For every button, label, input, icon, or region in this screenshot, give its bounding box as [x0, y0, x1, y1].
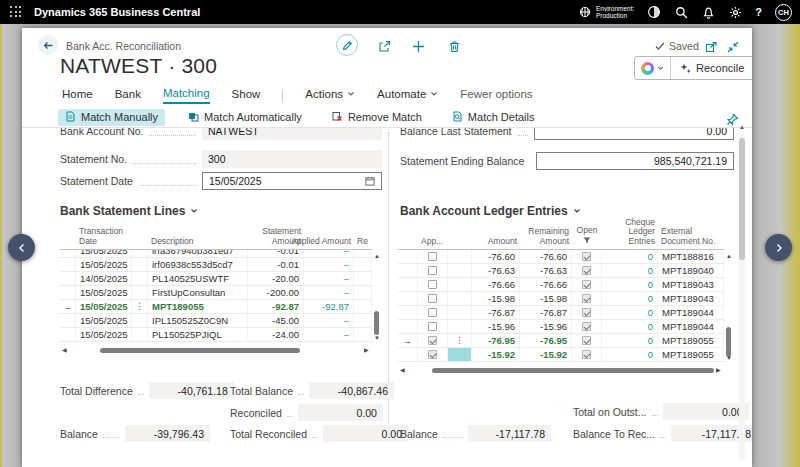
cell-description[interactable]: PL150525PJIQL	[148, 328, 248, 341]
cell-applied-amount[interactable]: –	[304, 272, 354, 285]
applied-checkbox[interactable]	[428, 308, 437, 317]
statement-ending-balance-field[interactable]: 985,540,721.19	[536, 152, 734, 170]
cell-applied[interactable]	[418, 306, 448, 319]
ledger-entry-row[interactable]: -76.60-76.600MPT188816	[398, 250, 724, 264]
environment-button[interactable]: Environment:Production	[578, 5, 634, 20]
row-menu[interactable]	[448, 306, 472, 319]
applied-checkbox[interactable]	[428, 252, 437, 261]
previous-record-button[interactable]	[8, 234, 35, 261]
row-menu[interactable]	[132, 258, 148, 271]
scroll-down-arrow[interactable]: ▼	[372, 335, 382, 341]
cell-cheque-ledger-entries[interactable]: 0	[602, 348, 658, 361]
column-header[interactable]: Transaction Date	[76, 220, 132, 249]
statement-line-row[interactable]: 15/05/2025FirstUpConsultan-200.00–	[60, 286, 372, 300]
scroll-up-arrow[interactable]: ▲	[738, 124, 746, 131]
row-menu[interactable]	[448, 278, 472, 291]
match-details-button[interactable]: Match Details	[445, 109, 542, 126]
cell-applied-amount[interactable]: –	[304, 250, 354, 257]
cell-applied[interactable]	[418, 264, 448, 277]
ledger-entry-row[interactable]: -76.87-76.870MPT189044	[398, 306, 724, 320]
cell-amount[interactable]: -76.95	[472, 334, 520, 347]
row-selector[interactable]	[398, 292, 418, 305]
cell-description[interactable]: PL140525USWTF	[148, 272, 248, 285]
cell-cheque-ledger-entries[interactable]: 0	[602, 264, 658, 277]
cell-open[interactable]	[572, 292, 602, 305]
row-selector[interactable]	[398, 250, 418, 263]
reconcile-button[interactable]: Reconcile	[671, 57, 752, 79]
notifications-icon[interactable]	[701, 5, 715, 19]
row-selector[interactable]	[398, 264, 418, 277]
cell-open[interactable]	[572, 250, 602, 263]
cell-external-document-no[interactable]: MPT189043	[658, 292, 724, 305]
row-selector[interactable]	[60, 272, 76, 285]
cell-external-document-no[interactable]: MPT189043	[658, 278, 724, 291]
cell-transaction-date[interactable]: 15/05/2025	[76, 328, 132, 341]
collapse-icon[interactable]	[725, 39, 741, 55]
cell-amount[interactable]: -76.66	[472, 278, 520, 291]
open-in-new-window-icon[interactable]	[703, 39, 719, 55]
cell-description[interactable]: irfa367940b381ed7	[148, 250, 248, 257]
cell-open[interactable]	[572, 306, 602, 319]
row-menu[interactable]	[448, 250, 472, 263]
cell-remaining-amount[interactable]: -76.95	[520, 334, 572, 347]
tab-actions[interactable]: Actions	[305, 88, 355, 103]
row-menu[interactable]	[448, 348, 472, 361]
ledger-entry-row-selected[interactable]: →⋮-76.95-76.950MPT189055	[398, 334, 724, 348]
cell-description[interactable]: MPT189055	[148, 300, 248, 313]
horizontal-scrollbar[interactable]: ◀ ▶	[60, 346, 372, 356]
statement-no-field[interactable]: 300	[202, 150, 382, 168]
scroll-down-arrow[interactable]: ▼	[724, 355, 734, 361]
applied-checkbox[interactable]	[428, 280, 437, 289]
cell-applied[interactable]	[418, 320, 448, 333]
column-header[interactable]: Cheque Ledger Entries	[602, 220, 658, 249]
ledger-entry-row[interactable]: -76.63-76.630MPT189040	[398, 264, 724, 278]
cell-applied[interactable]	[418, 278, 448, 291]
row-menu[interactable]	[132, 272, 148, 285]
scroll-right-arrow[interactable]: ▶	[716, 367, 721, 374]
settings-icon[interactable]	[728, 5, 742, 19]
row-menu[interactable]	[132, 314, 148, 327]
column-header[interactable]: App...	[418, 220, 448, 249]
cell-remaining-amount[interactable]: -76.87	[520, 306, 572, 319]
scroll-up-arrow[interactable]: ▲	[724, 253, 734, 259]
cell-external-document-no[interactable]: MPT189055	[658, 348, 724, 361]
row-selector[interactable]	[398, 320, 418, 333]
bank-account-no-field[interactable]: NATWEST	[202, 128, 382, 140]
remove-match-button[interactable]: Remove Match	[325, 109, 429, 126]
cell-description[interactable]: IPL150525Z0C9N	[148, 314, 248, 327]
applied-checkbox[interactable]	[428, 336, 437, 345]
ledger-entry-row[interactable]: -15.92-15.920MPT189055	[398, 348, 724, 362]
cell-cheque-ledger-entries[interactable]: 0	[602, 278, 658, 291]
scroll-up-arrow[interactable]: ▲	[372, 253, 382, 259]
row-selector[interactable]	[60, 286, 76, 299]
cell-statement-amount[interactable]: -92.87	[248, 300, 304, 313]
cell-amount[interactable]: -15.98	[472, 292, 520, 305]
cell-amount[interactable]: -76.60	[472, 250, 520, 263]
applied-checkbox[interactable]	[428, 266, 437, 275]
row-menu[interactable]	[132, 286, 148, 299]
cell-transaction-date[interactable]: 15/05/2025	[76, 286, 132, 299]
cell-applied-amount[interactable]: –	[304, 328, 354, 341]
cell-open[interactable]	[572, 264, 602, 277]
cell-external-document-no[interactable]: MPT189055	[658, 334, 724, 347]
cell-remaining-amount[interactable]: -15.96	[520, 320, 572, 333]
statement-date-field[interactable]: 15/05/2025	[202, 172, 382, 190]
horizontal-scrollbar[interactable]: ◀ ▶	[398, 366, 724, 376]
cell-external-document-no[interactable]: MPT189044	[658, 320, 724, 333]
cell-statement-amount[interactable]: -45.00	[248, 314, 304, 327]
row-selector[interactable]	[398, 306, 418, 319]
edit-button[interactable]	[336, 34, 358, 56]
statement-line-row[interactable]: 15/05/2025irfa367940b381ed7-0.01–	[60, 250, 372, 258]
copilot-dropdown[interactable]	[635, 57, 671, 79]
new-button[interactable]	[410, 38, 426, 54]
cell-applied-amount[interactable]: –	[304, 314, 354, 327]
statement-line-row[interactable]: 15/05/2025PL150525PJIQL-24.00–	[60, 328, 372, 342]
cell-transaction-date[interactable]: 15/05/2025	[76, 250, 132, 257]
cell-transaction-date[interactable]: 14/05/2025	[76, 272, 132, 285]
cell-statement-amount[interactable]: -200.00	[248, 286, 304, 299]
cell-statement-amount[interactable]: -0.01	[248, 258, 304, 271]
back-button[interactable]	[38, 35, 58, 55]
scroll-right-arrow[interactable]: ▶	[364, 347, 369, 354]
row-selector[interactable]	[60, 314, 76, 327]
ledger-entry-row[interactable]: -76.66-76.660MPT189043	[398, 278, 724, 292]
